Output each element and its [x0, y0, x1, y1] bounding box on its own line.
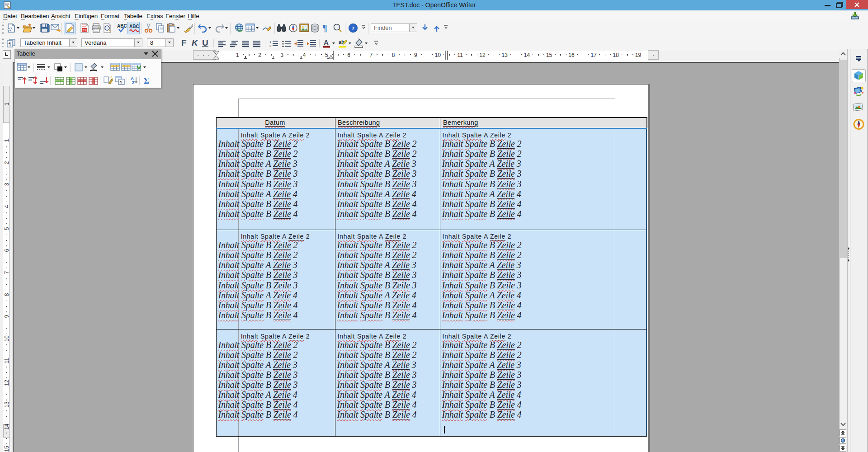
svg-text:N: N — [858, 120, 860, 123]
svg-text:ABC: ABC — [129, 24, 139, 29]
svg-text:Σ: Σ — [144, 76, 149, 85]
svg-text:?: ? — [352, 25, 355, 32]
svg-text:¶: ¶ — [322, 23, 327, 33]
svg-text:1: 1 — [269, 40, 271, 43]
svg-text:PDF: PDF — [82, 28, 88, 32]
svg-text:A: A — [324, 38, 329, 46]
svg-text:¶: ¶ — [120, 80, 122, 85]
svg-text:ABC: ABC — [117, 24, 127, 28]
svg-text:2: 2 — [269, 44, 271, 47]
svg-text:Z: Z — [132, 80, 135, 85]
